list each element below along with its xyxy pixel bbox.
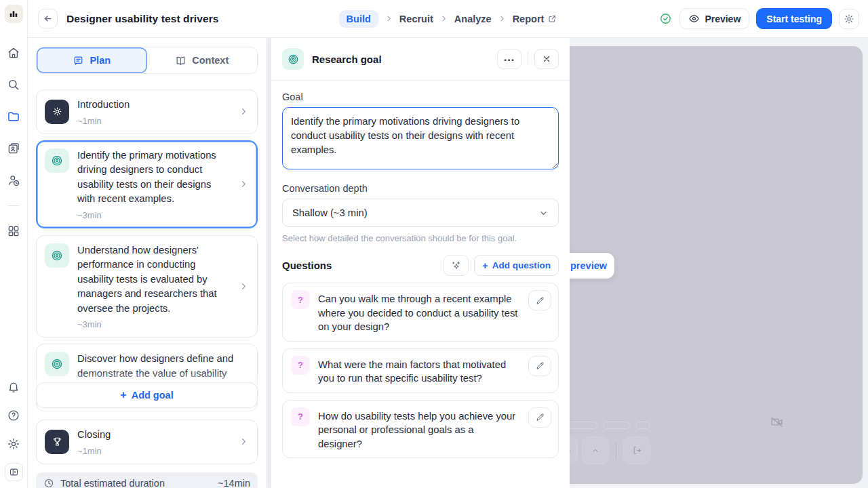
saved-check-icon bbox=[659, 12, 672, 25]
apps-grid-icon[interactable] bbox=[7, 224, 20, 238]
depth-field-label: Conversation depth bbox=[282, 183, 559, 194]
card-title: Closing bbox=[77, 428, 231, 443]
edit-question-button[interactable] bbox=[528, 356, 551, 376]
breadcrumb-analyze[interactable]: Analyze bbox=[454, 14, 492, 24]
plan-card-goal-1[interactable]: Identify the primary motivations driving… bbox=[36, 140, 258, 228]
breadcrumb-build[interactable]: Build bbox=[339, 10, 378, 28]
pencil-icon bbox=[535, 412, 545, 422]
sun-icon bbox=[52, 106, 63, 117]
question-text: How do usability tests help you achieve … bbox=[318, 407, 520, 451]
trophy-icon bbox=[52, 436, 63, 447]
chevron-right-icon bbox=[384, 14, 393, 23]
pencil-icon bbox=[535, 296, 545, 306]
start-preview-label: preview bbox=[570, 260, 607, 271]
question-mark-icon: ? bbox=[291, 356, 310, 375]
target-icon bbox=[287, 53, 300, 66]
introduction-icon-badge bbox=[45, 100, 69, 124]
add-question-button[interactable]: + Add question bbox=[474, 255, 559, 276]
question-mark-icon: ? bbox=[291, 407, 310, 426]
question-mark-icon: ? bbox=[291, 290, 310, 309]
app-logo[interactable] bbox=[5, 5, 23, 23]
logo-bars-icon bbox=[9, 9, 18, 19]
exit-icon bbox=[632, 445, 642, 455]
plan-doc-icon bbox=[73, 55, 84, 66]
chevron-right-icon bbox=[498, 14, 507, 23]
plus-icon: + bbox=[482, 260, 488, 270]
tab-plan[interactable]: Plan bbox=[37, 47, 147, 73]
controls-divider bbox=[616, 442, 616, 460]
more-dots-icon: … bbox=[503, 52, 515, 67]
breadcrumb-recruit[interactable]: Recruit bbox=[399, 14, 433, 24]
back-button[interactable] bbox=[38, 9, 58, 28]
plan-card-goal-2[interactable]: Understand how designers' performance in… bbox=[36, 235, 258, 338]
conversation-depth-select[interactable]: Shallow (~3 min) bbox=[282, 199, 559, 227]
card-duration: ~1min bbox=[77, 116, 231, 126]
preview-button[interactable]: Preview bbox=[679, 8, 749, 29]
question-card: ? What were the main factors that motiva… bbox=[282, 348, 559, 393]
gear-icon bbox=[844, 14, 854, 24]
search-icon[interactable] bbox=[7, 78, 20, 92]
total-duration-value: ~14min bbox=[218, 478, 250, 488]
goal-target-badge bbox=[45, 148, 69, 173]
skeleton-chip bbox=[635, 422, 650, 429]
icon-rail: $ bbox=[0, 0, 28, 488]
breadcrumb-report[interactable]: Report bbox=[513, 14, 557, 24]
close-drawer-button[interactable] bbox=[534, 49, 559, 69]
depth-selected-value: Shallow (~3 min) bbox=[292, 207, 368, 218]
questions-heading: Questions bbox=[282, 260, 332, 271]
chevron-right-icon bbox=[239, 179, 249, 189]
payouts-user-dollar-icon[interactable]: $ bbox=[7, 174, 20, 187]
target-icon bbox=[50, 154, 64, 167]
settings-gear-icon[interactable] bbox=[7, 437, 20, 451]
settings-button[interactable] bbox=[839, 9, 859, 29]
chevron-down-icon bbox=[538, 208, 549, 218]
goal-target-badge bbox=[282, 48, 304, 70]
target-icon bbox=[50, 249, 64, 262]
breadcrumb: Build Recruit Analyze Report bbox=[339, 10, 557, 28]
context-book-icon bbox=[175, 55, 186, 66]
plus-icon: + bbox=[120, 390, 126, 401]
skeleton-chip bbox=[566, 422, 597, 429]
notifications-bell-icon[interactable] bbox=[7, 380, 20, 394]
total-duration-label: Total estimated duration bbox=[60, 478, 165, 488]
collapse-sidebar-button[interactable] bbox=[5, 463, 23, 481]
chevron-right-icon bbox=[439, 14, 448, 23]
drawer-header: Research goal … bbox=[271, 38, 570, 81]
plan-card-introduction[interactable]: Introduction ~1min bbox=[36, 89, 258, 134]
card-duration: ~1min bbox=[77, 446, 231, 456]
edit-question-button[interactable] bbox=[528, 407, 551, 428]
more-options-button[interactable]: … bbox=[497, 49, 521, 69]
caret-up-icon bbox=[591, 446, 600, 455]
card-title: Understand how designers' performance in… bbox=[77, 243, 231, 317]
start-testing-label: Start testing bbox=[766, 14, 822, 24]
plan-context-tabs: Plan Context bbox=[36, 47, 258, 74]
card-title: Discover how designers define and demons… bbox=[77, 352, 249, 381]
card-title: Identify the primary motivations driving… bbox=[77, 148, 231, 207]
closing-icon-badge bbox=[45, 430, 69, 454]
arrow-left-icon bbox=[43, 14, 53, 24]
caret-up-button-disabled bbox=[582, 436, 609, 464]
add-goal-button[interactable]: + Add goal bbox=[36, 382, 258, 408]
help-icon[interactable] bbox=[7, 409, 20, 422]
projects-folder-icon[interactable] bbox=[7, 110, 20, 123]
goal-field-label: Goal bbox=[282, 92, 559, 102]
goal-target-badge bbox=[45, 352, 69, 376]
participants-badge-icon[interactable] bbox=[7, 142, 20, 155]
question-text: Can you walk me through a recent example… bbox=[318, 290, 520, 334]
plan-card-closing[interactable]: Closing ~1min bbox=[36, 420, 258, 464]
chevron-right-icon bbox=[239, 281, 249, 291]
card-title: Introduction bbox=[77, 98, 231, 113]
total-duration-bar: Total estimated duration ~14min bbox=[36, 472, 258, 488]
tab-plan-label: Plan bbox=[90, 55, 111, 66]
goal-textarea[interactable]: Identify the primary motivations driving… bbox=[282, 107, 559, 169]
eye-icon bbox=[688, 13, 700, 24]
tab-context[interactable]: Context bbox=[147, 47, 258, 73]
edit-question-button[interactable] bbox=[528, 290, 551, 310]
start-testing-button[interactable]: Start testing bbox=[756, 8, 832, 29]
generate-questions-button[interactable] bbox=[443, 255, 469, 276]
pencil-icon bbox=[535, 361, 545, 371]
home-icon[interactable] bbox=[7, 46, 20, 60]
depth-help-text: Select how detailed the conversation sho… bbox=[282, 233, 559, 243]
goal-target-badge bbox=[45, 243, 69, 268]
research-goal-drawer: Research goal … Goal Identify the primar… bbox=[271, 38, 570, 488]
